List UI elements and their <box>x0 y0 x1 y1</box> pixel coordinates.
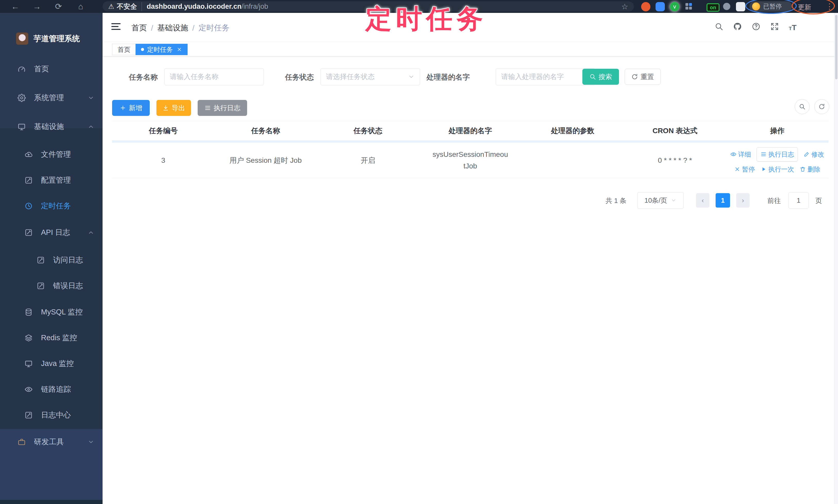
col-param: 处理器的参数 <box>522 126 624 136</box>
search-icon <box>799 103 805 110</box>
sidebar-item-config-manage[interactable]: 配置管理 <box>0 167 103 193</box>
pause-link[interactable]: 暂停 <box>734 165 755 174</box>
chevron-up-icon <box>88 123 94 130</box>
delete-link[interactable]: 删除 <box>800 165 820 174</box>
tab-home[interactable]: 首页 <box>112 44 136 55</box>
header-search-icon[interactable] <box>714 22 724 33</box>
fullscreen-icon[interactable] <box>769 22 780 33</box>
detail-link[interactable]: 详细 <box>730 150 751 159</box>
cell-job-status: 开启 <box>317 156 419 165</box>
handler-name-input[interactable] <box>496 68 595 85</box>
bookmark-star-icon[interactable]: ☆ <box>621 2 628 11</box>
cell-handler: sysUserSessionTimeoutJob <box>419 149 521 172</box>
java-monitor-icon <box>24 360 33 368</box>
url-host: dashboard.yudao.iocoder.cn <box>146 3 242 11</box>
page-size-select[interactable]: 10条/页 <box>637 192 684 209</box>
page-unit-label: 页 <box>815 196 822 205</box>
add-button[interactable]: 新增 <box>112 100 150 116</box>
modify-link[interactable]: 修改 <box>803 150 824 159</box>
gear-icon <box>18 94 26 102</box>
breadcrumb-infra[interactable]: 基础设施 <box>157 23 188 33</box>
job-name-label: 任务名称 <box>129 72 158 82</box>
prev-page-button[interactable]: ‹ <box>696 193 710 208</box>
reset-button[interactable]: 重置 <box>625 69 661 85</box>
sidebar-item-infra[interactable]: 基础设施 <box>0 114 103 140</box>
app-logo-row[interactable]: 芋道管理系统 <box>0 28 103 50</box>
sidebar-item-trace[interactable]: 链路追踪 <box>0 377 103 402</box>
job-status-label: 任务状态 <box>285 72 314 82</box>
sidebar-item-java-monitor[interactable]: Java 监控 <box>0 351 103 377</box>
error-log-icon <box>37 282 45 290</box>
browser-forward-icon[interactable]: → <box>32 1 42 12</box>
security-label: 不安全 <box>117 2 142 11</box>
toggle-search-button[interactable] <box>795 99 810 114</box>
handler-name-label: 处理器的名字 <box>426 72 470 82</box>
breadcrumb-home[interactable]: 首页 <box>132 23 147 33</box>
chevron-up-icon <box>88 229 94 236</box>
pagination: 共 1 条 10条/页 ‹ 1 › 前往 页 <box>103 192 828 209</box>
extension-icon-orange[interactable] <box>641 2 650 11</box>
refresh-table-button[interactable] <box>814 99 829 114</box>
chevron-down-icon <box>88 438 94 445</box>
main-content: 任务名称 任务状态 请选择任务状态 处理器的名字 搜索 重置 新增 导出 执行日… <box>103 56 838 504</box>
chevron-down-icon <box>88 94 94 101</box>
jobs-table: 任务编号 任务名称 任务状态 处理器的名字 处理器的参数 CRON 表达式 操作… <box>112 121 828 178</box>
col-job-name: 任务名称 <box>214 126 317 136</box>
close-tab-icon[interactable] <box>176 47 182 52</box>
github-icon[interactable] <box>732 22 743 33</box>
tags-view-bar: 首页 定时任务 <box>103 42 838 56</box>
job-status-select[interactable]: 请选择任务状态 <box>320 68 420 85</box>
job-name-input[interactable] <box>164 68 264 85</box>
log-center-icon <box>24 411 33 419</box>
sidebar-item-system[interactable]: 系统管理 <box>0 85 103 111</box>
col-handler: 处理器的名字 <box>419 126 521 136</box>
sidebar-item-home[interactable]: 首页 <box>0 56 103 82</box>
extensions-puzzle-icon[interactable] <box>736 2 745 11</box>
extension-icon-gray[interactable] <box>723 3 730 10</box>
breadcrumb-separator: / <box>192 24 194 33</box>
scrollbar-track[interactable] <box>834 13 838 504</box>
sidebar-item-log-center[interactable]: 日志中心 <box>0 402 103 428</box>
edit-icon <box>803 151 810 157</box>
font-size-icon[interactable]: TT <box>787 23 798 34</box>
app-title: 芋道管理系统 <box>34 34 80 44</box>
next-page-button[interactable]: › <box>736 193 750 208</box>
sidebar-item-api-log[interactable]: API 日志 <box>0 220 103 246</box>
browser-home-icon[interactable]: ⌂ <box>75 1 86 12</box>
hamburger-icon[interactable] <box>111 23 121 31</box>
cell-job-id: 3 <box>112 156 214 165</box>
scrollbar-thumb[interactable] <box>835 15 837 79</box>
extension-icon-grid[interactable] <box>685 3 692 10</box>
eye-icon <box>730 151 736 157</box>
sidebar-item-file-manage[interactable]: 文件管理 <box>0 142 103 167</box>
sidebar-item-redis-monitor[interactable]: Redis 监控 <box>0 325 103 351</box>
current-page-button[interactable]: 1 <box>716 193 730 208</box>
extension-icon-blue[interactable] <box>656 2 665 11</box>
browser-reload-icon[interactable]: ⟳ <box>53 1 64 12</box>
extension-icon-green-check[interactable]: v <box>670 2 679 11</box>
access-log-icon <box>37 256 45 264</box>
annotation-oval-blue <box>745 0 797 14</box>
sidebar-item-devtools[interactable]: 研发工具 <box>0 429 103 455</box>
execute-log-button[interactable]: 执行日志 <box>198 100 247 116</box>
extension-on-badge[interactable]: on <box>706 3 719 12</box>
browser-back-icon[interactable]: ← <box>10 1 21 12</box>
help-icon[interactable] <box>751 22 761 33</box>
sidebar-item-mysql-monitor[interactable]: MySQL 监控 <box>0 299 103 325</box>
sidebar-item-scheduled-job[interactable]: 定时任务 <box>0 193 103 219</box>
job-log-link[interactable]: 执行日志 <box>756 147 798 161</box>
sidebar-item-access-log[interactable]: 访问日志 <box>0 247 103 273</box>
export-button[interactable]: 导出 <box>156 100 191 116</box>
run-once-link[interactable]: 执行一次 <box>761 165 794 174</box>
goto-page-input[interactable] <box>788 192 809 209</box>
annotation-overlay-text: 定时任务 <box>365 2 487 37</box>
tab-scheduled-job[interactable]: 定时任务 <box>136 44 188 55</box>
search-button[interactable]: 搜索 <box>582 69 619 85</box>
plus-icon <box>120 105 126 111</box>
active-dot-icon <box>141 48 144 51</box>
api-log-icon <box>24 229 33 237</box>
mysql-monitor-icon <box>24 308 33 316</box>
sidebar-item-error-log[interactable]: 错误日志 <box>0 273 103 299</box>
search-icon <box>589 73 596 80</box>
refresh-icon <box>631 73 638 80</box>
